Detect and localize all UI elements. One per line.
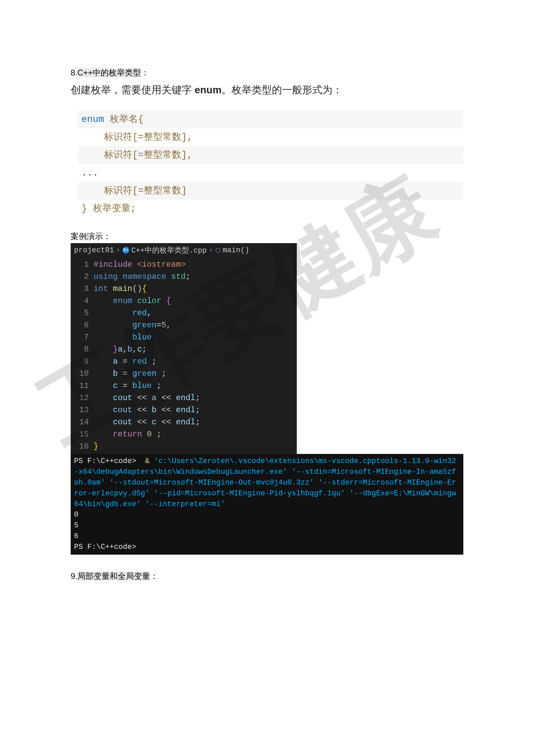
syntax-kw-enum: enum xyxy=(81,114,104,125)
code-line: blue xyxy=(94,331,200,343)
line-number: 9 xyxy=(72,356,89,368)
line-number: 5 xyxy=(72,307,89,319)
terminal-prompt: PS F:\C++code> xyxy=(74,457,145,465)
cpp-file-icon: C+ xyxy=(122,247,129,254)
code-line: return 0 ; xyxy=(94,428,200,440)
line-number: 15 xyxy=(72,428,89,440)
demo-label: 案例演示： xyxy=(71,231,463,242)
syntax-ellipsis: ... xyxy=(81,168,98,178)
syntax-line: 标识符[=整型常数], xyxy=(78,146,463,164)
code-line: cout << c << endl; xyxy=(94,416,200,428)
section-9-suffix: ： xyxy=(150,571,158,581)
line-number: 3 xyxy=(72,283,89,295)
code-line: int main(){ xyxy=(94,283,200,295)
line-number: 14 xyxy=(72,416,89,428)
line-number: 2 xyxy=(72,271,89,283)
code-line: a = red ; xyxy=(94,356,200,368)
line-number: 4 xyxy=(72,295,89,307)
line-number-gutter: 1 2 3 4 5 6 7 8 9 10 11 12 13 14 15 16 xyxy=(71,257,94,454)
code-line: red, xyxy=(94,307,200,319)
breadcrumb-sep-icon: › xyxy=(116,246,120,255)
syntax-line: enum 枚举名{ xyxy=(78,110,463,128)
desc-pre: 创建枚举，需要使用关键字 xyxy=(71,84,194,95)
desc-post: 。枚举类型的一般形式为： xyxy=(221,84,343,95)
code-line: #include <iostream> xyxy=(94,259,200,271)
line-number: 10 xyxy=(72,368,89,380)
terminal-output[interactable]: PS F:\C++code> & 'c:\Users\Zeroten\.vsco… xyxy=(71,454,463,555)
section-8-suffix: ： xyxy=(141,68,149,77)
line-number: 11 xyxy=(72,380,89,392)
syntax-closing: } 枚举变量; xyxy=(81,203,136,214)
line-number: 12 xyxy=(72,392,89,404)
terminal-out-line: 6 xyxy=(74,532,78,540)
code-content[interactable]: #include <iostream> using namespace std;… xyxy=(94,257,204,454)
code-line: b = green ; xyxy=(94,368,200,380)
code-line: } xyxy=(94,440,200,453)
editor-breadcrumb: project01 › C+ C++中的枚举类型.cpp › ⬡ main() xyxy=(71,243,297,257)
section-9-prefix: 9. xyxy=(71,571,77,581)
line-number: 1 xyxy=(72,259,89,271)
syntax-identifier-1: 标识符[=整型常数], xyxy=(104,132,192,142)
code-line: c = blue ; xyxy=(94,380,200,392)
syntax-line: 标识符[=整型常数] xyxy=(78,182,463,200)
line-number: 8 xyxy=(72,343,89,356)
terminal-prompt: PS F:\C++code> xyxy=(74,543,136,551)
code-body[interactable]: 1 2 3 4 5 6 7 8 9 10 11 12 13 14 15 16 #… xyxy=(71,257,297,454)
section-8-title: C++中的枚举类型 xyxy=(77,68,141,77)
enum-syntax-box: enum 枚举名{ 标识符[=整型常数], 标识符[=整型常数], ... 标识… xyxy=(78,110,463,218)
breadcrumb-symbol[interactable]: main() xyxy=(223,246,249,255)
line-number: 6 xyxy=(72,319,89,331)
code-line: enum color { xyxy=(94,295,200,307)
breadcrumb-folder[interactable]: project01 xyxy=(74,246,114,255)
syntax-identifier-2: 标识符[=整型常数], xyxy=(104,150,192,160)
terminal-out-line: 0 xyxy=(74,511,78,519)
syntax-enum-name: 枚举名{ xyxy=(104,114,144,125)
line-number: 16 xyxy=(72,440,89,453)
desc-keyword: enum xyxy=(194,84,221,95)
line-number: 7 xyxy=(72,331,89,343)
code-line: cout << a << endl; xyxy=(94,392,200,404)
section-8-heading: 8.C++中的枚举类型： xyxy=(71,67,463,78)
code-line: using namespace std; xyxy=(94,271,200,283)
terminal-out-line: 5 xyxy=(74,521,78,530)
symbol-method-icon: ⬡ xyxy=(215,246,221,254)
breadcrumb-file[interactable]: C++中的枚举类型.cpp xyxy=(131,245,207,255)
section-9-heading: 9.局部变量和全局变量： xyxy=(71,571,463,582)
code-line: cout << b << endl; xyxy=(94,404,200,416)
line-number: 13 xyxy=(72,404,89,416)
syntax-line: 标识符[=整型常数], xyxy=(78,128,463,146)
code-line: }a,b,c; xyxy=(94,343,200,356)
section-9-title: 局部变量和全局变量 xyxy=(77,571,150,581)
syntax-line: } 枚举变量; xyxy=(78,200,463,218)
code-editor: project01 › C+ C++中的枚举类型.cpp › ⬡ main() … xyxy=(71,243,297,454)
syntax-line: ... xyxy=(78,164,463,182)
terminal-amp: & xyxy=(145,457,149,465)
section-8-prefix: 8. xyxy=(71,68,77,77)
code-line: green=5, xyxy=(94,319,200,331)
section-8-description: 创建枚举，需要使用关键字 enum。枚举类型的一般形式为： xyxy=(71,83,463,97)
breadcrumb-sep-icon: › xyxy=(209,246,213,255)
syntax-identifier-n: 标识符[=整型常数] xyxy=(104,186,187,196)
